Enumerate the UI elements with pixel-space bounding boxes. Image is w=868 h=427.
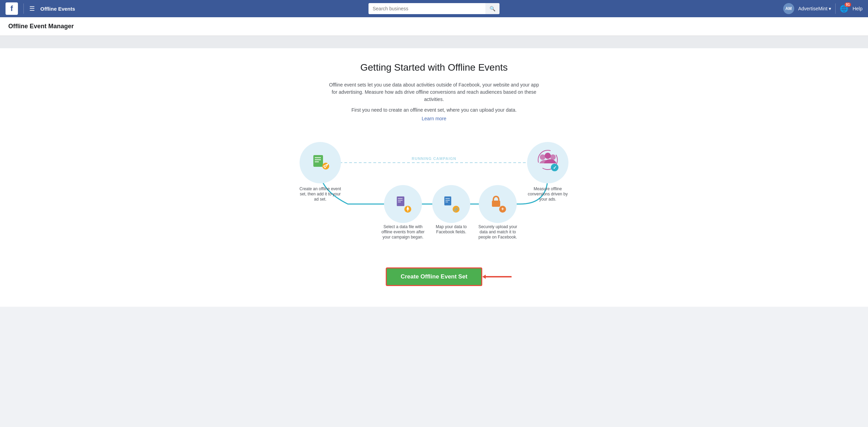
svg-rect-26 [407, 210, 408, 211]
svg-marker-57 [482, 275, 486, 279]
svg-text:+: + [501, 206, 504, 212]
svg-point-47 [540, 154, 545, 160]
svg-point-48 [545, 153, 551, 159]
help-link[interactable]: Help [852, 6, 862, 11]
svg-rect-33 [445, 200, 450, 201]
svg-text:offline events from after: offline events from after [381, 230, 424, 234]
main-heading: Getting Started with Offline Events [7, 62, 861, 73]
facebook-logo: f [6, 2, 18, 15]
menu-icon[interactable]: ☰ [29, 5, 35, 12]
diagram-svg: RUNNING CAMPAIGN Create an off [279, 135, 589, 252]
search-button[interactable]: 🔍 [485, 3, 499, 14]
svg-rect-12 [315, 159, 321, 160]
svg-rect-10 [313, 155, 323, 167]
svg-text:Create an offline event: Create an offline event [300, 186, 341, 191]
header-divider-1 [23, 3, 24, 14]
header-title: Offline Events [40, 6, 75, 12]
svg-text:Facebook fields.: Facebook fields. [436, 230, 466, 234]
main-content: Getting Started with Offline Events Offl… [0, 48, 868, 307]
page-title: Offline Event Manager [8, 23, 860, 30]
account-name[interactable]: AdvertiseMint ▾ [798, 6, 831, 11]
svg-text:your ads.: your ads. [539, 197, 556, 202]
arrow-annotation [482, 270, 513, 284]
notification-badge: 91 [845, 2, 851, 7]
create-button-wrapper: Create Offline Event Set [386, 267, 482, 286]
search-input[interactable] [369, 3, 485, 14]
svg-text:people on Facebook.: people on Facebook. [478, 235, 517, 240]
svg-text:✓: ✓ [553, 165, 557, 170]
svg-text:Measure offline: Measure offline [534, 186, 562, 191]
running-campaign-label: RUNNING CAMPAIGN [412, 156, 456, 161]
main-description-1: Offline event sets let you use data abou… [327, 81, 541, 103]
svg-text:Map your data to: Map your data to [436, 224, 467, 229]
svg-text:🔗: 🔗 [454, 207, 458, 212]
svg-point-49 [550, 154, 556, 160]
svg-rect-31 [444, 196, 451, 205]
svg-text:conversions driven by: conversions driven by [528, 192, 568, 196]
svg-rect-20 [397, 196, 404, 206]
red-arrow-icon [482, 270, 513, 284]
diagram-container: RUNNING CAMPAIGN Create an off [279, 135, 589, 254]
search-bar: 🔍 [369, 3, 499, 14]
svg-rect-23 [398, 202, 401, 202]
svg-text:set, then add it to your: set, then add it to your [300, 192, 341, 196]
subheader: Offline Event Manager [0, 17, 868, 36]
svg-text:your campaign began.: your campaign began. [383, 235, 424, 240]
svg-rect-11 [315, 157, 321, 158]
header-right: AM AdvertiseMint ▾ 🌐 91 Help [783, 3, 863, 14]
notifications-globe[interactable]: 🌐 91 [840, 4, 848, 13]
svg-text:ad set.: ad set. [314, 197, 326, 202]
learn-more-link[interactable]: Learn more [422, 116, 446, 121]
svg-rect-22 [398, 200, 403, 201]
create-offline-event-set-button[interactable]: Create Offline Event Set [386, 267, 482, 286]
svg-rect-40 [492, 201, 500, 207]
svg-text:Select a data file with: Select a data file with [383, 224, 422, 229]
svg-rect-13 [315, 161, 319, 162]
svg-rect-34 [445, 202, 448, 202]
header-divider-2 [835, 3, 836, 14]
account-avatar: AM [783, 3, 794, 14]
main-description-2: First you need to create an offline even… [7, 107, 861, 113]
svg-text:Securely upload your: Securely upload your [478, 224, 517, 229]
svg-text:data and match it to: data and match it to [480, 230, 516, 234]
svg-rect-21 [398, 198, 403, 199]
app-header: f ☰ Offline Events 🔍 AM AdvertiseMint ▾ … [0, 0, 868, 17]
svg-rect-32 [445, 198, 450, 199]
toolbar-bar [0, 36, 868, 48]
